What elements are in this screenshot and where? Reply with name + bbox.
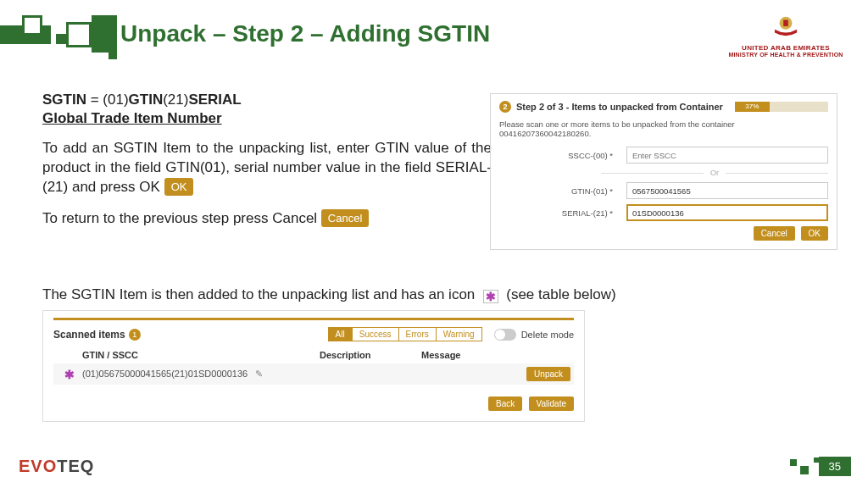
filter-all[interactable]: All xyxy=(328,327,353,341)
svg-rect-1 xyxy=(783,19,788,25)
scan-title: Scanned items xyxy=(53,329,125,341)
filter-errors[interactable]: Errors xyxy=(399,327,437,341)
scan-count-badge: 1 xyxy=(129,329,141,341)
row-asterisk-icon: ✱ xyxy=(57,368,82,381)
edit-icon[interactable]: ✎ xyxy=(255,369,263,379)
wizard-instruction: Please scan one or more items to be unpa… xyxy=(499,119,828,138)
wizard-panel: 2 Step 2 of 3 - Items to unpacked from C… xyxy=(490,93,837,250)
scan-header: Scanned items 1 All Success Errors Warni… xyxy=(53,318,574,341)
gtin-fullname: Global Trade Item Number xyxy=(42,110,222,127)
gtin-label: GTIN-(01) * xyxy=(499,186,626,196)
cancel-chip: Cancel xyxy=(321,209,369,228)
gtin-input[interactable] xyxy=(626,182,828,199)
serial-input[interactable] xyxy=(626,204,828,221)
serial-label: SERIAL-(21) * xyxy=(499,208,626,218)
below-note: The SGTIN Item is then added to the unpa… xyxy=(42,286,616,303)
col-description: Description xyxy=(320,350,421,360)
delete-mode-label: Delete mode xyxy=(521,330,574,340)
decor-square xyxy=(790,459,797,466)
decor-square xyxy=(800,466,809,474)
step-number-icon: 2 xyxy=(499,101,511,113)
instruction-para-2: To return to the previous step press Can… xyxy=(42,209,492,229)
body-text: SGTIN = (01)GTIN(21)SERIAL Global Trade … xyxy=(42,92,492,241)
asterisk-icon: ✱ xyxy=(483,290,498,303)
def-serial: SERIAL xyxy=(188,92,241,108)
col-message: Message xyxy=(421,350,570,360)
para2-text: To return to the previous step press Can… xyxy=(42,210,317,226)
below-text: The SGTIN Item is then added to the unpa… xyxy=(42,286,475,302)
decor-square xyxy=(56,34,66,44)
below-tail: (see table below) xyxy=(506,286,615,302)
para1-text: To add an SGTIN Item to the unpacking li… xyxy=(42,140,492,195)
wizard-header: 2 Step 2 of 3 - Items to unpacked from C… xyxy=(499,101,828,113)
panel-actions: Back Validate xyxy=(53,396,574,411)
def-eq: = (01) xyxy=(86,92,129,108)
back-button[interactable]: Back xyxy=(488,396,522,411)
gtin-row: GTIN-(01) * xyxy=(499,182,828,199)
evoteq-logo: EVOTEQ xyxy=(19,457,94,476)
wizard-actions: Cancel OK xyxy=(499,226,828,241)
or-text: Or xyxy=(710,169,719,177)
cancel-button[interactable]: Cancel xyxy=(754,226,795,241)
instruction-para-1: To add an SGTIN Item to the unpacking li… xyxy=(42,139,492,197)
or-divider: Or xyxy=(499,169,828,177)
col-gtin: GTIN / SSCC xyxy=(82,350,320,360)
page-number: 35 xyxy=(819,457,851,476)
row-value-text: (01)05675000041565(21)01SD0000136 xyxy=(82,369,248,379)
sscc-row: SSCC-(00) * xyxy=(499,147,828,164)
ok-chip: OK xyxy=(164,178,194,197)
logo-part-a: EVO xyxy=(19,457,57,475)
logo-part-b: TEQ xyxy=(57,457,94,475)
decor-square xyxy=(108,51,117,59)
ok-button[interactable]: OK xyxy=(801,226,828,241)
ministry-line2: MINISTRY OF HEALTH & PREVENTION xyxy=(722,52,849,58)
uae-emblem-icon xyxy=(770,14,802,37)
row-gtin-value: (01)05675000041565(21)01SD0000136 ✎ xyxy=(82,369,320,380)
wizard-title: Step 2 of 3 - Items to unpacked from Con… xyxy=(516,102,723,112)
decor-square xyxy=(22,15,42,36)
unpack-button[interactable]: Unpack xyxy=(526,367,570,381)
def-gtin: GTIN xyxy=(129,92,164,108)
serial-row: SERIAL-(21) * xyxy=(499,204,828,221)
validate-button[interactable]: Validate xyxy=(529,396,574,411)
filter-group: All Success Errors Warning Delete mode xyxy=(328,327,574,341)
def-sgtin: SGTIN xyxy=(42,92,86,108)
decor-square xyxy=(92,15,117,53)
table-header: GTIN / SSCC Description Message xyxy=(53,350,574,363)
progress-bar: 37% xyxy=(735,102,828,112)
ministry-line1: UNITED ARAB EMIRATES xyxy=(722,44,849,52)
page-title: Unpack – Step 2 – Adding SGTIN xyxy=(120,20,490,47)
sscc-input[interactable] xyxy=(626,147,828,164)
def-mid: (21) xyxy=(163,92,188,108)
progress-fill: 37% xyxy=(735,102,770,112)
sscc-label: SSCC-(00) * xyxy=(499,151,626,160)
filter-warning[interactable]: Warning xyxy=(437,327,482,341)
sgtin-definition: SGTIN = (01)GTIN(21)SERIAL xyxy=(42,92,492,108)
decor-square xyxy=(66,22,92,47)
scanned-items-panel: Scanned items 1 All Success Errors Warni… xyxy=(42,310,585,422)
delete-mode-toggle[interactable] xyxy=(494,329,516,341)
decor-square xyxy=(814,458,819,463)
table-row: ✱ (01)05675000041565(21)01SD0000136 ✎ Un… xyxy=(53,363,574,385)
filter-success[interactable]: Success xyxy=(353,327,399,341)
ministry-logo-block: UNITED ARAB EMIRATES MINISTRY OF HEALTH … xyxy=(722,14,849,58)
